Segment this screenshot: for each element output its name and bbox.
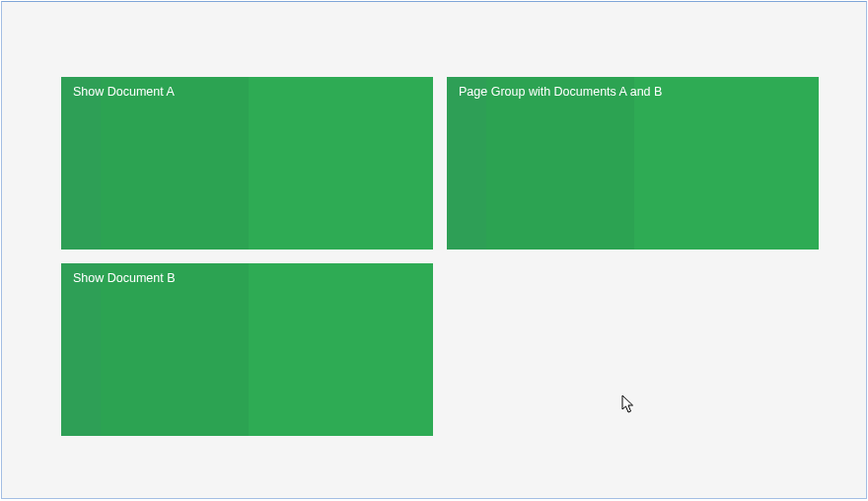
tile-stripe <box>249 263 433 436</box>
tile-stripe <box>634 77 819 250</box>
tile-stripe <box>61 263 101 436</box>
tile-grid: Show Document A Page Group with Document… <box>61 77 819 436</box>
tile-stripe <box>101 77 249 250</box>
tile-label: Show Document A <box>73 85 175 99</box>
tile-stripe <box>101 263 249 436</box>
tile-stripe <box>249 77 433 250</box>
tile-label: Show Document B <box>73 271 176 285</box>
tile-stripe <box>486 77 634 250</box>
tile-page-group-a-b[interactable]: Page Group with Documents A and B <box>447 77 819 250</box>
tile-stripe <box>61 77 101 250</box>
panel: Show Document A Page Group with Document… <box>1 1 867 499</box>
tile-show-document-b[interactable]: Show Document B <box>61 263 433 436</box>
tile-show-document-a[interactable]: Show Document A <box>61 77 433 250</box>
tile-stripe <box>447 77 486 250</box>
tile-label: Page Group with Documents A and B <box>459 85 662 99</box>
